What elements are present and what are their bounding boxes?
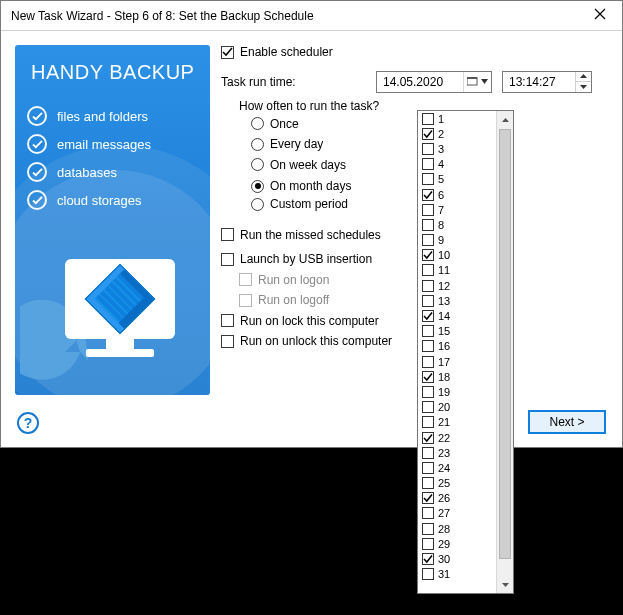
run-missed-checkbox[interactable]: Run the missed schedules — [221, 228, 381, 242]
day-number: 11 — [438, 264, 450, 276]
day-checkbox[interactable] — [422, 143, 434, 155]
radio-custom-period[interactable]: Custom period — [251, 197, 348, 211]
day-row[interactable]: 25 — [418, 476, 496, 491]
day-checkbox[interactable] — [422, 371, 434, 383]
day-row[interactable]: 21 — [418, 415, 496, 430]
run-on-unlock-checkbox[interactable]: Run on unlock this computer — [221, 334, 392, 348]
day-checkbox[interactable] — [422, 401, 434, 413]
day-checkbox[interactable] — [422, 386, 434, 398]
day-checkbox[interactable] — [422, 340, 434, 352]
day-row[interactable]: 6 — [418, 187, 496, 202]
radio-on-week-days[interactable]: On week days — [251, 158, 346, 172]
day-row[interactable]: 18 — [418, 369, 496, 384]
day-checkbox[interactable] — [422, 234, 434, 246]
day-checkbox[interactable] — [422, 492, 434, 504]
day-number: 6 — [438, 189, 444, 201]
day-row[interactable]: 11 — [418, 263, 496, 278]
day-checkbox[interactable] — [422, 568, 434, 580]
day-row[interactable]: 27 — [418, 506, 496, 521]
help-button[interactable]: ? — [17, 412, 39, 434]
day-checkbox[interactable] — [422, 173, 434, 185]
day-row[interactable]: 23 — [418, 445, 496, 460]
next-button[interactable]: Next > — [528, 410, 606, 434]
time-picker[interactable]: 13:14:27 — [502, 71, 592, 93]
day-row[interactable]: 24 — [418, 460, 496, 475]
radio-every-day[interactable]: Every day — [251, 137, 323, 151]
day-checkbox[interactable] — [422, 310, 434, 322]
titlebar: New Task Wizard - Step 6 of 8: Set the B… — [1, 1, 622, 31]
checkbox-icon — [221, 335, 234, 348]
day-checkbox[interactable] — [422, 219, 434, 231]
checkbox-icon — [221, 314, 234, 327]
spin-down-icon[interactable] — [576, 82, 591, 92]
day-row[interactable]: 26 — [418, 491, 496, 506]
day-row[interactable]: 2 — [418, 126, 496, 141]
run-on-logon-label: Run on logon — [258, 273, 329, 287]
day-checkbox[interactable] — [422, 553, 434, 565]
scrollbar[interactable] — [496, 111, 513, 593]
day-checkbox[interactable] — [422, 158, 434, 170]
close-icon — [594, 8, 606, 23]
day-checkbox[interactable] — [422, 416, 434, 428]
day-row[interactable]: 16 — [418, 339, 496, 354]
day-row[interactable]: 29 — [418, 536, 496, 551]
radio-on-month-days[interactable]: On month days — [251, 179, 351, 193]
day-row[interactable]: 17 — [418, 354, 496, 369]
day-row[interactable]: 28 — [418, 521, 496, 536]
month-days-list[interactable]: 1234567891011121314151617181920212223242… — [418, 111, 496, 593]
radio-once[interactable]: Once — [251, 117, 299, 131]
day-row[interactable]: 1 — [418, 111, 496, 126]
scroll-up-icon[interactable] — [497, 111, 513, 128]
day-row[interactable]: 15 — [418, 324, 496, 339]
month-days-popup: 1234567891011121314151617181920212223242… — [417, 110, 514, 594]
day-number: 3 — [438, 143, 444, 155]
day-checkbox[interactable] — [422, 249, 434, 261]
day-checkbox[interactable] — [422, 295, 434, 307]
day-checkbox[interactable] — [422, 325, 434, 337]
radio-label: Once — [270, 117, 299, 131]
day-row[interactable]: 31 — [418, 567, 496, 582]
run-on-lock-checkbox[interactable]: Run on lock this computer — [221, 314, 379, 328]
day-row[interactable]: 7 — [418, 202, 496, 217]
spin-up-icon[interactable] — [576, 72, 591, 83]
day-checkbox[interactable] — [422, 507, 434, 519]
day-checkbox[interactable] — [422, 462, 434, 474]
day-checkbox[interactable] — [422, 189, 434, 201]
day-row[interactable]: 14 — [418, 308, 496, 323]
day-row[interactable]: 30 — [418, 551, 496, 566]
run-on-lock-label: Run on lock this computer — [240, 314, 379, 328]
calendar-dropdown-icon[interactable] — [463, 72, 491, 92]
day-checkbox[interactable] — [422, 523, 434, 535]
day-checkbox[interactable] — [422, 280, 434, 292]
day-row[interactable]: 3 — [418, 141, 496, 156]
day-row[interactable]: 22 — [418, 430, 496, 445]
day-checkbox[interactable] — [422, 113, 434, 125]
day-checkbox[interactable] — [422, 477, 434, 489]
day-number: 24 — [438, 462, 450, 474]
day-row[interactable]: 4 — [418, 157, 496, 172]
day-row[interactable]: 9 — [418, 233, 496, 248]
day-checkbox[interactable] — [422, 538, 434, 550]
day-row[interactable]: 5 — [418, 172, 496, 187]
scroll-thumb[interactable] — [499, 129, 511, 559]
close-button[interactable] — [578, 1, 622, 30]
day-row[interactable]: 8 — [418, 217, 496, 232]
day-checkbox[interactable] — [422, 264, 434, 276]
time-value: 13:14:27 — [503, 75, 575, 89]
day-row[interactable]: 12 — [418, 278, 496, 293]
day-number: 7 — [438, 204, 444, 216]
checkbox-icon — [239, 273, 252, 286]
day-row[interactable]: 19 — [418, 384, 496, 399]
day-checkbox[interactable] — [422, 356, 434, 368]
day-row[interactable]: 20 — [418, 400, 496, 415]
day-row[interactable]: 10 — [418, 248, 496, 263]
day-row[interactable]: 13 — [418, 293, 496, 308]
enable-scheduler-checkbox[interactable]: Enable scheduler — [221, 45, 333, 59]
day-checkbox[interactable] — [422, 432, 434, 444]
day-checkbox[interactable] — [422, 128, 434, 140]
day-checkbox[interactable] — [422, 204, 434, 216]
day-checkbox[interactable] — [422, 447, 434, 459]
date-picker[interactable]: 14.05.2020 — [376, 71, 492, 93]
launch-usb-checkbox[interactable]: Launch by USB insertion — [221, 252, 372, 266]
scroll-down-icon[interactable] — [497, 576, 513, 593]
